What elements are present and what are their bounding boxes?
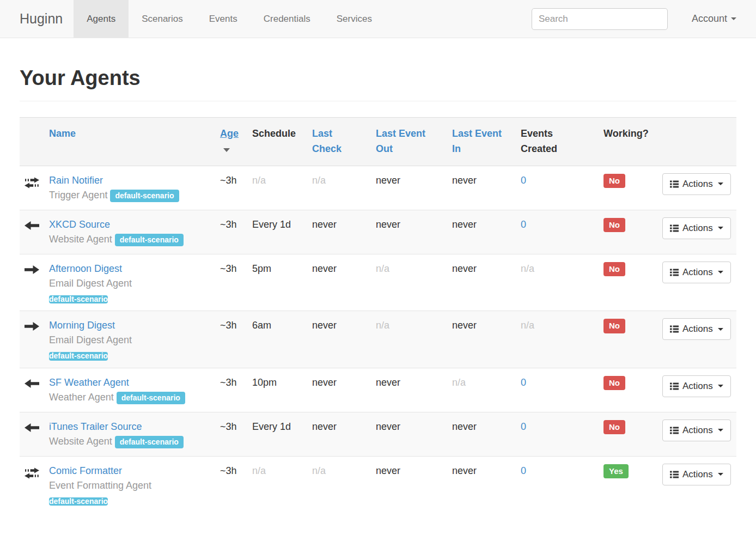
last-event-in-cell: n/a	[452, 368, 521, 412]
scenario-badge[interactable]: default-scenario	[115, 436, 184, 448]
events-created-link[interactable]: 0	[521, 421, 526, 432]
account-dropdown[interactable]: Account	[692, 13, 736, 25]
agent-name-link[interactable]: Afternoon Digest	[49, 263, 122, 274]
schedule-cell: n/a	[252, 166, 312, 210]
table-row: Rain Notifier Trigger Agentdefault-scena…	[20, 166, 736, 210]
nav-item-credentials[interactable]: Credentials	[251, 0, 324, 38]
table-row: Morning Digest Email Digest Agentdefault…	[20, 311, 736, 368]
scenario-badge[interactable]: default-scenario	[110, 190, 179, 202]
navbar-right: Account	[532, 0, 736, 38]
agent-name-cell: XKCD Source Website Agentdefault-scenari…	[49, 210, 220, 254]
agent-name-link[interactable]: Morning Digest	[49, 320, 115, 331]
agent-type-label: Trigger Agent	[49, 190, 107, 200]
actions-label: Actions	[682, 223, 713, 234]
exchange-icon	[25, 467, 45, 479]
scenario-badge[interactable]: default-scenario	[115, 234, 184, 246]
header-working: Working?	[603, 118, 662, 166]
agent-name-link[interactable]: XKCD Source	[49, 219, 110, 230]
working-status-badge: No	[603, 319, 625, 333]
age-cell: ~3h	[220, 254, 252, 311]
working-cell: No	[603, 368, 662, 412]
actions-dropdown-button[interactable]: Actions	[662, 217, 731, 239]
nav-item-agents[interactable]: Agents	[74, 0, 129, 38]
header-age[interactable]: Age	[220, 118, 252, 166]
schedule-cell: n/a	[252, 456, 312, 513]
header-last-event-in[interactable]: Last Event In	[452, 118, 521, 166]
events-created-link[interactable]: 0	[521, 219, 526, 230]
events-created-link[interactable]: 0	[521, 175, 526, 186]
scenario-badge[interactable]: default-scenario	[49, 295, 108, 303]
actions-dropdown-button[interactable]: Actions	[662, 173, 731, 195]
search-input[interactable]	[532, 8, 668, 30]
last-event-in-cell: never	[452, 254, 521, 311]
last-event-in-cell: never	[452, 456, 521, 513]
working-status-badge: No	[603, 262, 625, 277]
header-name[interactable]: Name	[49, 118, 220, 166]
last-check-cell: never	[312, 210, 376, 254]
agent-type-line: Weather Agentdefault-scenario	[49, 390, 216, 405]
working-cell: No	[603, 210, 662, 254]
page-title: Your Agents	[20, 66, 736, 90]
main-nav: Agents Scenarios Events Credentials Serv…	[74, 0, 385, 38]
last-event-out-cell: never	[376, 166, 452, 210]
agent-name-link[interactable]: SF Weather Agent	[49, 377, 129, 388]
last-event-out-cell: never	[376, 368, 452, 412]
actions-dropdown-button[interactable]: Actions	[662, 318, 731, 340]
scenario-badge[interactable]: default-scenario	[49, 497, 108, 506]
header-last-event-out[interactable]: Last Event Out	[376, 118, 452, 166]
schedule-cell: 6am	[252, 311, 312, 368]
agent-flow-cell	[20, 166, 49, 210]
list-icon	[670, 382, 679, 390]
actions-cell: Actions	[662, 456, 736, 513]
top-navbar: Huginn Agents Scenarios Events Credentia…	[0, 0, 756, 38]
brand-logo[interactable]: Huginn	[20, 0, 63, 38]
events-created-cell: 0	[521, 368, 603, 412]
agent-name-link[interactable]: iTunes Trailer Source	[49, 421, 142, 432]
agent-name-link[interactable]: Rain Notifier	[49, 175, 103, 186]
agent-flow-cell	[20, 254, 49, 311]
actions-cell: Actions	[662, 311, 736, 368]
agent-name-cell: iTunes Trailer Source Website Agentdefau…	[49, 412, 220, 456]
nav-item-services[interactable]: Services	[324, 0, 385, 38]
working-status-badge: No	[603, 376, 625, 391]
working-cell: No	[603, 166, 662, 210]
last-check-cell: n/a	[312, 456, 376, 513]
chevron-down-icon	[718, 328, 723, 331]
actions-dropdown-button[interactable]: Actions	[662, 262, 731, 283]
actions-label: Actions	[682, 469, 713, 480]
events-created-link[interactable]: 0	[521, 465, 526, 476]
events-created-cell: n/a	[521, 254, 603, 311]
agent-flow-cell	[20, 412, 49, 456]
actions-dropdown-button[interactable]: Actions	[662, 464, 731, 485]
age-cell: ~3h	[220, 311, 252, 368]
agent-name-link[interactable]: Comic Formatter	[49, 465, 122, 476]
actions-dropdown-button[interactable]: Actions	[662, 420, 731, 441]
actions-dropdown-button[interactable]: Actions	[662, 375, 731, 397]
nav-item-events[interactable]: Events	[196, 0, 251, 38]
age-cell: ~3h	[220, 456, 252, 513]
chevron-down-icon	[718, 429, 723, 431]
schedule-cell: Every 1d	[252, 412, 312, 456]
header-last-check[interactable]: Last Check	[312, 118, 376, 166]
events-created-link[interactable]: 0	[521, 377, 526, 388]
agent-type-label: Event Formatting Agent	[49, 480, 151, 491]
arrow-left-icon	[25, 221, 45, 230]
last-event-out-cell: never	[376, 412, 452, 456]
scenario-badge[interactable]: default-scenario	[117, 392, 185, 404]
agent-type-line: Email Digest Agentdefault-scenario	[49, 276, 216, 303]
events-created-cell: 0	[521, 456, 603, 513]
nav-item-scenarios[interactable]: Scenarios	[129, 0, 196, 38]
scenario-badge[interactable]: default-scenario	[49, 352, 108, 360]
last-event-in-cell: never	[452, 210, 521, 254]
table-header-row: Name Age Schedule Last Check Last Event …	[20, 118, 736, 166]
agents-table: Name Age Schedule Last Check Last Event …	[20, 117, 736, 513]
table-row: Afternoon Digest Email Digest Agentdefau…	[20, 254, 736, 311]
header-age-label: Age	[220, 128, 239, 139]
last-check-cell: never	[312, 412, 376, 456]
chevron-down-icon	[718, 227, 723, 229]
events-created-cell: n/a	[521, 311, 603, 368]
actions-label: Actions	[682, 425, 713, 436]
last-check-cell: n/a	[312, 166, 376, 210]
agent-name-cell: Rain Notifier Trigger Agentdefault-scena…	[49, 166, 220, 210]
working-status-badge: No	[603, 420, 625, 435]
